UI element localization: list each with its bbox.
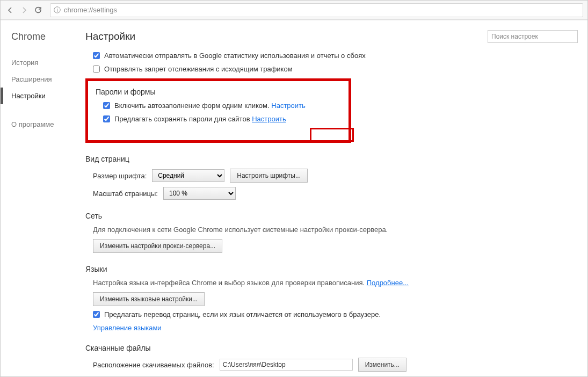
downloads-path-input[interactable]	[220, 359, 353, 371]
sidebar: Chrome История Расширения Настройки О пр…	[1, 20, 80, 377]
checkbox-save-passwords[interactable]	[103, 115, 110, 122]
checkbox-dnt[interactable]	[93, 66, 100, 73]
page-title: Настройки	[85, 31, 135, 42]
reload-button[interactable]	[33, 5, 43, 16]
savepw-configure-link[interactable]: Настроить	[252, 115, 286, 123]
proxy-settings-button[interactable]: Изменить настройки прокси-сервера...	[93, 239, 222, 253]
translate-row: Предлагать перевод страниц, если их язык…	[93, 310, 578, 318]
page-zoom-row: Масштаб страницы: 100 %	[93, 187, 578, 200]
sidebar-item-about[interactable]: О программе	[11, 120, 80, 128]
passwords-title: Пароли и формы	[96, 88, 341, 96]
appearance-title: Вид страниц	[85, 155, 578, 163]
font-size-label: Размер шрифта:	[93, 172, 147, 180]
page-zoom-label: Масштаб страницы:	[93, 190, 158, 198]
network-desc: Для подключения к сети Google Chrome исп…	[93, 226, 578, 234]
forward-button[interactable]	[19, 5, 30, 16]
network-section: Сеть Для подключения к сети Google Chrom…	[85, 212, 578, 253]
sidebar-item-settings[interactable]: Настройки	[1, 88, 80, 104]
checkbox-dnt-row: Отправлять запрет отслеживания с исходящ…	[93, 65, 578, 73]
content-area: Chrome История Расширения Настройки О пр…	[1, 20, 587, 377]
checkbox-stats-label: Автоматически отправлять в Google статис…	[104, 52, 366, 60]
languages-title: Языки	[85, 265, 578, 273]
page-zoom-select[interactable]: 100 %	[163, 187, 236, 200]
info-icon: ⓘ	[54, 5, 61, 15]
languages-desc: Настройка языка интерфейса Chrome и выбо…	[93, 279, 578, 287]
sidebar-item-history[interactable]: История	[11, 54, 80, 71]
font-size-select[interactable]: Средний	[152, 169, 224, 182]
downloads-path-label: Расположение скачиваемых файлов:	[93, 361, 214, 369]
savepw-row: Предлагать сохранять пароли для сайтов Н…	[103, 115, 341, 123]
language-settings-button[interactable]: Изменить языковые настройки...	[93, 292, 205, 306]
savepw-label: Предлагать сохранять пароли для сайтов Н…	[114, 115, 286, 123]
checkbox-offer-translate[interactable]	[93, 311, 100, 318]
autofill-label: Включить автозаполнение форм одним клико…	[114, 102, 306, 110]
back-button[interactable]	[5, 5, 16, 16]
browser-toolbar: ⓘ chrome://settings	[1, 1, 587, 20]
header-row: Настройки	[85, 30, 578, 43]
main-panel: Настройки Автоматически отправлять в Goo…	[80, 20, 587, 377]
appearance-section: Вид страниц Размер шрифта: Средний Настр…	[85, 155, 578, 200]
manage-languages-link[interactable]: Управление языками	[93, 324, 162, 332]
downloads-change-button[interactable]: Изменить...	[358, 358, 406, 372]
sidebar-brand: Chrome	[11, 31, 80, 42]
sidebar-item-extensions[interactable]: Расширения	[11, 71, 80, 88]
customize-fonts-button[interactable]: Настроить шрифты...	[230, 169, 308, 183]
checkbox-autofill[interactable]	[103, 102, 110, 109]
checkbox-dnt-label: Отправлять запрет отслеживания с исходящ…	[104, 65, 293, 73]
languages-section: Языки Настройка языка интерфейса Chrome …	[85, 265, 578, 332]
search-settings-input[interactable]	[488, 30, 578, 43]
network-title: Сеть	[85, 212, 578, 220]
font-size-row: Размер шрифта: Средний Настроить шрифты.…	[93, 169, 578, 183]
autofill-row: Включить автозаполнение форм одним клико…	[103, 102, 341, 110]
url-text: chrome://settings	[64, 6, 117, 14]
downloads-title: Скачанные файлы	[85, 344, 578, 352]
annotation-highlight-icon	[310, 128, 354, 142]
address-bar[interactable]: ⓘ chrome://settings	[50, 3, 583, 17]
checkbox-stats[interactable]	[93, 52, 100, 59]
checkbox-stats-row: Автоматически отправлять в Google статис…	[93, 52, 578, 60]
translate-label: Предлагать перевод страниц, если их язык…	[104, 310, 381, 318]
passwords-section-highlight: Пароли и формы Включить автозаполнение ф…	[85, 78, 351, 143]
downloads-section: Скачанные файлы Расположение скачиваемых…	[85, 344, 578, 372]
downloads-path-row: Расположение скачиваемых файлов: Изменит…	[93, 358, 578, 372]
autofill-configure-link[interactable]: Настроить	[271, 102, 306, 110]
languages-learn-more-link[interactable]: Подробнее...	[367, 279, 409, 287]
